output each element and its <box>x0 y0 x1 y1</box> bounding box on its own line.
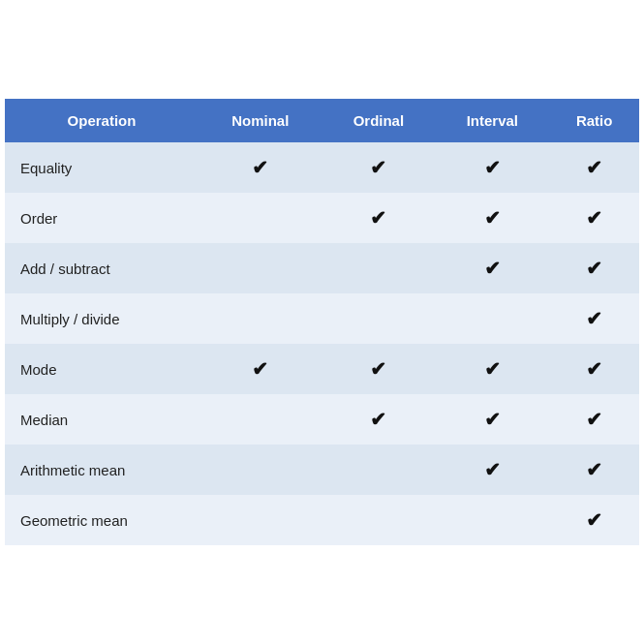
check-icon: ✔ <box>586 408 602 431</box>
check-icon: ✔ <box>370 357 386 381</box>
cell-nominal <box>199 394 322 445</box>
table-wrapper: Operation Nominal Ordinal Interval Ratio… <box>5 99 639 545</box>
cell-nominal: ✔ <box>199 344 322 394</box>
cell-nominal <box>199 243 322 293</box>
table-row: Add / subtract✔✔ <box>5 243 639 293</box>
cell-nominal <box>199 293 322 344</box>
col-header-ratio: Ratio <box>549 99 639 142</box>
check-icon: ✔ <box>586 206 602 230</box>
table-row: Order✔✔✔ <box>5 193 639 243</box>
cell-operation: Mode <box>5 344 199 394</box>
cell-ratio: ✔ <box>549 394 639 445</box>
cell-ratio: ✔ <box>549 243 639 293</box>
header-row: Operation Nominal Ordinal Interval Ratio <box>5 99 639 142</box>
check-icon: ✔ <box>484 458 501 481</box>
check-icon: ✔ <box>370 408 386 431</box>
cell-ordinal: ✔ <box>322 193 436 243</box>
check-icon: ✔ <box>586 357 602 381</box>
cell-ratio: ✔ <box>549 193 639 243</box>
cell-interval: ✔ <box>435 344 549 394</box>
cell-ordinal <box>322 293 436 344</box>
check-icon: ✔ <box>484 206 501 230</box>
cell-operation: Median <box>5 394 199 445</box>
cell-operation: Multiply / divide <box>5 293 199 344</box>
cell-ordinal: ✔ <box>322 142 436 193</box>
table-row: Geometric mean✔ <box>5 495 639 545</box>
cell-operation: Order <box>5 193 199 243</box>
check-icon: ✔ <box>252 357 268 381</box>
cell-interval: ✔ <box>435 142 549 193</box>
comparison-table: Operation Nominal Ordinal Interval Ratio… <box>5 99 639 545</box>
check-icon: ✔ <box>370 156 386 179</box>
col-header-ordinal: Ordinal <box>322 99 436 142</box>
table-row: Equality✔✔✔✔ <box>5 142 639 193</box>
cell-nominal <box>199 445 322 495</box>
cell-ratio: ✔ <box>549 344 639 394</box>
cell-nominal: ✔ <box>199 142 322 193</box>
check-icon: ✔ <box>586 458 602 481</box>
cell-interval: ✔ <box>435 243 549 293</box>
check-icon: ✔ <box>586 508 602 532</box>
table-row: Multiply / divide✔ <box>5 293 639 344</box>
check-icon: ✔ <box>484 257 501 280</box>
check-icon: ✔ <box>586 307 602 330</box>
check-icon: ✔ <box>484 408 501 431</box>
table-row: Median✔✔✔ <box>5 394 639 445</box>
cell-interval: ✔ <box>435 445 549 495</box>
check-icon: ✔ <box>586 257 602 280</box>
cell-ordinal <box>322 495 436 545</box>
cell-ratio: ✔ <box>549 495 639 545</box>
check-icon: ✔ <box>586 156 602 179</box>
table-row: Arithmetic mean✔✔ <box>5 445 639 495</box>
col-header-interval: Interval <box>435 99 549 142</box>
cell-interval: ✔ <box>435 193 549 243</box>
col-header-nominal: Nominal <box>199 99 322 142</box>
cell-interval <box>435 495 549 545</box>
check-icon: ✔ <box>484 156 501 179</box>
check-icon: ✔ <box>252 156 268 179</box>
cell-interval <box>435 293 549 344</box>
cell-ordinal <box>322 445 436 495</box>
cell-interval: ✔ <box>435 394 549 445</box>
check-icon: ✔ <box>484 357 501 381</box>
table-row: Mode✔✔✔✔ <box>5 344 639 394</box>
cell-operation: Geometric mean <box>5 495 199 545</box>
cell-nominal <box>199 193 322 243</box>
cell-ratio: ✔ <box>549 142 639 193</box>
cell-ratio: ✔ <box>549 293 639 344</box>
cell-ordinal: ✔ <box>322 394 436 445</box>
cell-ordinal: ✔ <box>322 344 436 394</box>
check-icon: ✔ <box>370 206 386 230</box>
col-header-operation: Operation <box>5 99 199 142</box>
cell-ordinal <box>322 243 436 293</box>
cell-operation: Arithmetic mean <box>5 445 199 495</box>
cell-ratio: ✔ <box>549 445 639 495</box>
cell-operation: Add / subtract <box>5 243 199 293</box>
cell-operation: Equality <box>5 142 199 193</box>
cell-nominal <box>199 495 322 545</box>
